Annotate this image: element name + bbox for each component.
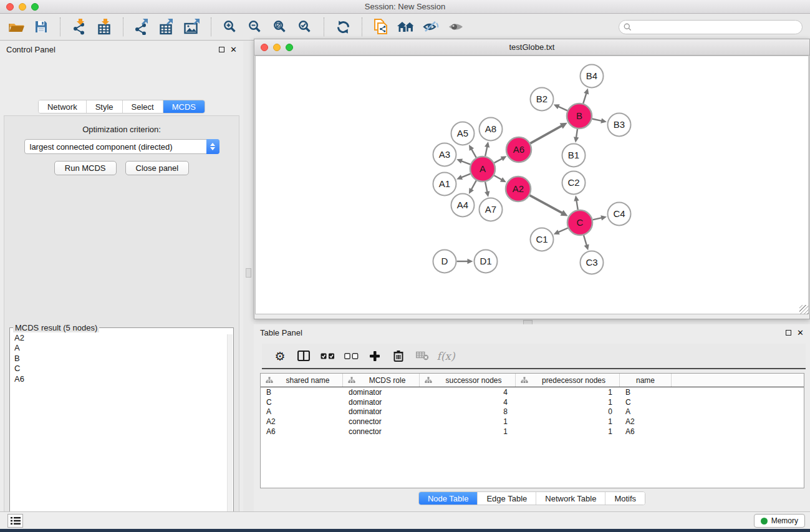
edge-A2-C[interactable] (529, 195, 562, 213)
export-table-icon[interactable] (155, 16, 180, 38)
graph-node-C4[interactable]: C4 (608, 203, 631, 226)
graph-node-A5[interactable]: A5 (451, 122, 475, 145)
graph-node-A6[interactable]: A6 (506, 137, 531, 162)
result-item[interactable]: C (14, 364, 231, 374)
table-cell[interactable]: A2 (620, 417, 672, 426)
graph-node-B3[interactable]: B3 (608, 114, 631, 137)
graph-node-B4[interactable]: B4 (581, 65, 604, 88)
optimization-dropdown[interactable]: largest connected component (directed) (24, 139, 219, 154)
table-cell[interactable]: B (620, 388, 672, 397)
tab-node-table[interactable]: Node Table (419, 492, 478, 505)
refresh-icon[interactable] (330, 16, 355, 38)
graph-node-A7[interactable]: A7 (480, 198, 503, 221)
delete-row-icon[interactable] (387, 346, 410, 367)
table-cell[interactable]: C (620, 398, 672, 407)
tab-network-table[interactable]: Network Table (536, 492, 605, 505)
result-item[interactable]: B (14, 354, 231, 364)
import-network-icon[interactable] (67, 16, 92, 38)
import-table-icon[interactable] (92, 16, 117, 38)
table-cell[interactable]: A2 (261, 417, 343, 426)
float-panel-icon[interactable] (219, 47, 224, 52)
tab-style[interactable]: Style (87, 100, 123, 113)
table-cell[interactable]: 1 (420, 417, 516, 426)
home-view-icon[interactable] (393, 16, 418, 38)
zoom-in-icon[interactable] (218, 16, 243, 38)
table-cell[interactable]: A (620, 407, 672, 416)
edge-A6-B[interactable] (530, 126, 562, 143)
edge-A-A3[interactable] (461, 161, 471, 165)
table-cell[interactable]: 1 (420, 427, 516, 436)
export-network-icon[interactable] (130, 16, 155, 38)
result-item[interactable]: A6 (14, 374, 231, 384)
node-table[interactable]: shared nameMCDS rolesuccessor nodesprede… (260, 373, 804, 488)
close-panel-icon[interactable]: ✕ (230, 46, 237, 54)
table-cell[interactable]: B (261, 388, 343, 397)
table-cell[interactable]: 4 (420, 398, 516, 407)
table-row[interactable]: A6connector11A6 (261, 427, 804, 437)
add-row-icon[interactable] (363, 346, 387, 367)
result-item[interactable]: A (14, 343, 231, 353)
window-resize-grip[interactable] (799, 305, 809, 314)
table-cell[interactable]: dominator (343, 398, 420, 407)
zoom-out-icon[interactable] (243, 16, 268, 38)
column-header-shared-name[interactable]: shared name (261, 374, 343, 387)
deselect-all-icon[interactable] (339, 346, 363, 367)
edge-B-B1[interactable] (576, 129, 577, 138)
zoom-selected-icon[interactable] (292, 16, 317, 38)
column-header-name[interactable]: name (620, 374, 672, 387)
close-table-panel-icon[interactable]: ✕ (797, 329, 804, 337)
minimize-window-icon[interactable] (19, 3, 26, 11)
close-window-icon[interactable] (6, 3, 14, 11)
network-close-icon[interactable] (261, 44, 268, 51)
tab-motifs[interactable]: Motifs (605, 492, 645, 505)
table-cell[interactable]: dominator (343, 407, 420, 416)
table-cell[interactable]: 1 (516, 417, 620, 426)
edge-A-A6[interactable] (494, 158, 503, 163)
settings-icon[interactable]: ⚙ (268, 346, 292, 367)
graph-node-C[interactable]: C (567, 210, 592, 235)
table-cell[interactable]: C (261, 398, 343, 407)
edge-C-C2[interactable] (576, 200, 577, 210)
zoom-window-icon[interactable] (31, 3, 39, 11)
graph-node-B[interactable]: B (567, 104, 592, 128)
close-panel-button[interactable]: Close panel (125, 161, 190, 175)
table-cell[interactable]: connector (343, 427, 420, 436)
zoom-fit-icon[interactable] (268, 16, 292, 38)
table-cell[interactable]: 1 (516, 388, 620, 397)
memory-button[interactable]: Memory (754, 514, 805, 528)
edge-A-A4[interactable] (471, 180, 476, 190)
network-zoom-icon[interactable] (286, 44, 293, 51)
edge-A-A8[interactable] (485, 147, 487, 156)
graph-node-A8[interactable]: A8 (480, 118, 503, 141)
tab-select[interactable]: Select (123, 100, 163, 113)
result-scrollbar[interactable] (227, 334, 233, 532)
clone-network-icon[interactable] (369, 16, 393, 38)
column-header-MCDS-role[interactable]: MCDS role (343, 374, 420, 387)
graph-node-A4[interactable]: A4 (451, 194, 475, 217)
network-window-titlebar[interactable]: testGlobe.txt (254, 39, 809, 56)
network-graph[interactable]: B4B2BB3A8A5A6B1A3AC2A1A2A4A7C4CC1C3DD1 (256, 56, 809, 315)
table-row[interactable]: Cdominator41C (261, 397, 804, 407)
graph-node-D1[interactable]: D1 (475, 250, 498, 273)
float-table-panel-icon[interactable] (786, 330, 791, 336)
split-view-icon[interactable] (292, 346, 316, 367)
table-cell[interactable]: A6 (261, 427, 343, 436)
edge-B-B3[interactable] (592, 118, 602, 120)
graph-node-B1[interactable]: B1 (562, 144, 586, 167)
column-header-successor-nodes[interactable]: successor nodes (420, 374, 516, 387)
table-cell[interactable]: 1 (516, 398, 620, 407)
edge-A-A7[interactable] (485, 182, 487, 192)
graph-node-A[interactable]: A (470, 157, 495, 181)
network-minimize-icon[interactable] (273, 44, 281, 51)
graph-node-A2[interactable]: A2 (506, 177, 531, 201)
edge-A-A2[interactable] (494, 175, 502, 180)
graph-node-B2[interactable]: B2 (531, 88, 554, 111)
table-cell[interactable]: A (261, 407, 343, 416)
table-row[interactable]: A2connector11A2 (261, 417, 804, 427)
graph-node-C2[interactable]: C2 (562, 172, 586, 195)
edge-C-C3[interactable] (584, 235, 587, 246)
table-cell[interactable]: A6 (620, 427, 672, 436)
table-cell[interactable]: 8 (420, 407, 516, 416)
edge-A-A5[interactable] (471, 149, 476, 158)
select-all-icon[interactable] (316, 346, 339, 367)
